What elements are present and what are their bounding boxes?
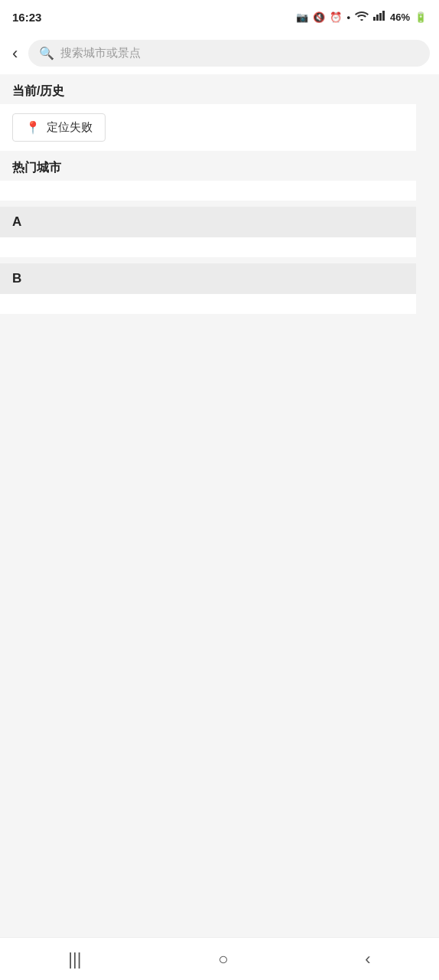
svg-rect-2 <box>379 13 382 21</box>
status-icons: 📷 🔇 ⏰ • 46% 🔋 <box>296 11 427 23</box>
battery-level: 46% <box>390 11 410 23</box>
hot-cities-label: 热门城市 <box>12 161 61 174</box>
location-failed-label: 定位失败 <box>47 120 93 135</box>
location-section: 📍 定位失败 <box>0 104 416 151</box>
svg-rect-0 <box>373 17 376 21</box>
cellular-icon <box>373 11 385 23</box>
section-b-label: B <box>12 271 21 286</box>
dot-icon: • <box>346 11 350 23</box>
current-history-label: 当前/历史 <box>12 83 64 100</box>
main-content: 当前/历史 📍 定位失败 热门城市 A B <box>0 74 439 360</box>
location-icon: 📍 <box>25 120 41 135</box>
svg-rect-3 <box>382 11 385 21</box>
battery-icon: 🔋 <box>415 11 427 23</box>
search-box[interactable]: 🔍 搜索城市或景点 <box>28 40 430 67</box>
bottom-nav: ||| ○ ‹ <box>0 937 439 980</box>
current-history-row: 当前/历史 <box>0 74 416 104</box>
menu-nav-button[interactable]: ||| <box>53 943 96 975</box>
home-nav-button[interactable]: ○ <box>203 943 243 975</box>
section-b-cities <box>0 294 416 314</box>
hot-cities-section <box>0 181 416 201</box>
status-time: 16:23 <box>12 11 41 24</box>
wifi-icon: 📷 <box>296 11 308 23</box>
back-nav-button[interactable]: ‹ <box>350 943 385 975</box>
search-icon: 🔍 <box>39 46 54 60</box>
hot-cities-header: 热门城市 <box>0 151 416 181</box>
signal-icon: 🔇 <box>313 11 325 23</box>
wifi-signal <box>355 11 369 23</box>
section-a-cities <box>0 237 416 257</box>
svg-rect-1 <box>376 15 379 21</box>
location-failed-button[interactable]: 📍 定位失败 <box>12 113 106 142</box>
search-bar-row: ‹ 🔍 搜索城市或景点 <box>0 34 439 74</box>
search-placeholder: 搜索城市或景点 <box>60 46 141 60</box>
alarm-icon: ⏰ <box>330 11 342 23</box>
status-bar: 16:23 📷 🔇 ⏰ • 46% 🔋 <box>0 0 439 34</box>
section-b-header: B <box>0 263 416 294</box>
back-button[interactable]: ‹ <box>9 41 21 67</box>
section-a-header: A <box>0 207 416 237</box>
section-a-label: A <box>12 214 21 229</box>
